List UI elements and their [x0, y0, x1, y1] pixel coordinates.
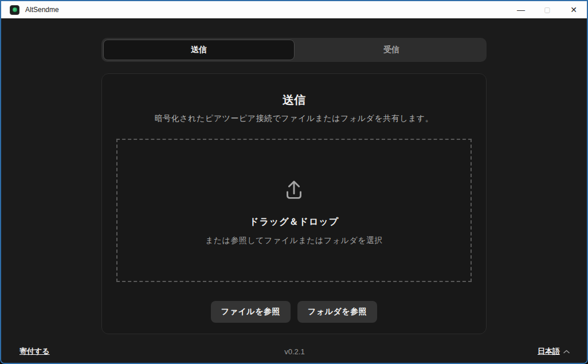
- upload-icon: [281, 177, 307, 206]
- app-icon-green-dot: [13, 7, 17, 12]
- tab-switcher: 送信 受信: [101, 38, 487, 62]
- dropzone-title: ドラッグ＆ドロップ: [249, 216, 339, 228]
- panel-title: 送信: [102, 92, 486, 108]
- app-title: AltSendme: [25, 6, 59, 14]
- send-panel: 送信 暗号化されたピアツーピア接続でファイルまたはフォルダを共有します。 ドラッ…: [101, 73, 487, 334]
- drag-drop-zone[interactable]: ドラッグ＆ドロップ または参照してファイルまたはフォルダを選択: [116, 139, 472, 282]
- app-window: AltSendme — ▢ ✕ 送信 受信 送信 暗号化されたピアツーピア接続で…: [0, 0, 588, 364]
- maximize-button[interactable]: ▢: [534, 1, 560, 18]
- browse-folder-button[interactable]: フォルダを参照: [297, 301, 377, 323]
- panel-subtitle: 暗号化されたピアツーピア接続でファイルまたはフォルダを共有します。: [102, 113, 486, 124]
- minimize-button[interactable]: —: [508, 1, 534, 18]
- tab-send[interactable]: 送信: [103, 40, 295, 60]
- browse-files-button[interactable]: ファイルを参照: [211, 301, 291, 323]
- dropzone-subtitle: または参照してファイルまたはフォルダを選択: [205, 236, 383, 246]
- chevron-up-icon: [563, 350, 570, 354]
- version-label: v0.2.1: [19, 347, 570, 356]
- donate-link[interactable]: 寄付する: [19, 346, 50, 357]
- language-selector[interactable]: 日本語: [538, 346, 570, 357]
- main-content: 送信 受信 送信 暗号化されたピアツーピア接続でファイルまたはフォルダを共有しま…: [1, 18, 587, 363]
- app-icon: [10, 5, 19, 15]
- titlebar: AltSendme — ▢ ✕: [1, 1, 587, 18]
- close-button[interactable]: ✕: [560, 1, 587, 18]
- browse-button-row: ファイルを参照 フォルダを参照: [102, 301, 486, 323]
- language-label: 日本語: [538, 346, 560, 357]
- tab-receive[interactable]: 受信: [296, 38, 487, 62]
- footer: 寄付する v0.2.1 日本語: [19, 346, 570, 357]
